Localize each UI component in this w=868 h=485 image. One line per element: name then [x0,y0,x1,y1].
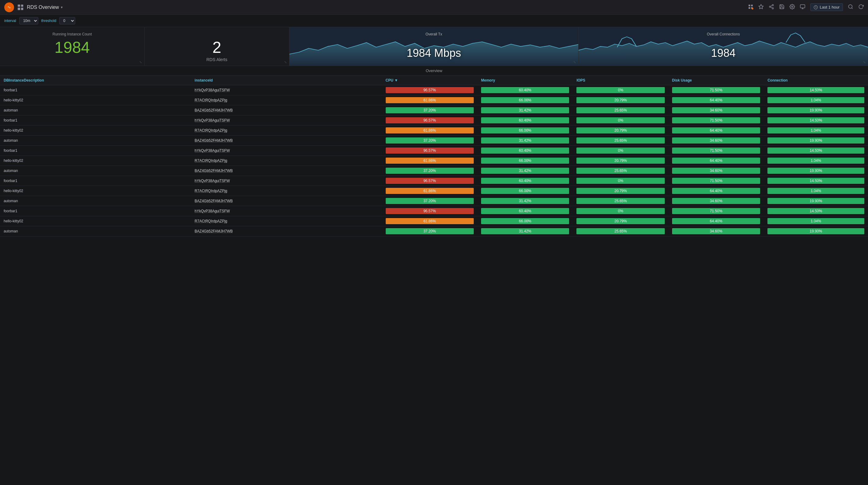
col-conn[interactable]: Connection [764,76,868,85]
table-row: hello-kitty02R7ACtRQIrdpAZPjg61.86%66.00… [0,186,868,196]
col-iops[interactable]: IOPS [573,76,668,85]
cell-instance-id[interactable]: hYkQvP38AguiTSFW [191,85,382,95]
table-body: foorbar1hYkQvP38AguiTSFW96.57%60.40%0%71… [0,85,868,236]
card2-expand-icon: ⤡ [284,61,287,64]
col-cpu[interactable]: CPU ▼ [382,76,477,85]
cell-cpu: 37.20% [382,105,477,116]
cell-disk: 64.40% [669,186,764,196]
search-icon[interactable] [848,4,853,11]
svg-rect-1 [748,5,750,6]
overview-title: Overview [0,66,868,76]
cell-cpu: 96.57% [382,116,477,126]
cell-iops: 20.79% [573,216,668,226]
svg-line-11 [771,7,772,8]
cell-instance-id[interactable]: BAZ4Gb52FAMJH7WB [191,105,382,116]
svg-line-19 [851,8,852,8]
col-instance-id[interactable]: instanceId [191,76,382,85]
apps-grid-icon[interactable] [18,5,23,10]
cell-conn: 19.90% [764,226,868,236]
cell-instance-id[interactable]: R7ACtRQIrdpAZPjg [191,95,382,105]
cell-disk: 34.60% [669,166,764,176]
cell-iops: 0% [573,116,668,126]
cell-memory: 66.00% [477,156,573,166]
cell-iops: 25.65% [573,166,668,176]
settings-icon[interactable] [789,4,795,11]
cell-conn: 14.50% [764,176,868,186]
running-instance-value: 1984 [6,39,138,55]
cell-conn: 14.50% [764,116,868,126]
threshold-label: threshold [41,19,56,23]
cell-iops: 25.65% [573,105,668,116]
cell-iops: 25.65% [573,136,668,146]
interval-select[interactable]: 10m 5m 1m 30m [19,17,38,25]
cell-disk: 34.60% [669,136,764,146]
cell-disk: 71.50% [669,85,764,95]
cell-iops: 25.65% [573,226,668,236]
overall-connections-value: 1984 [711,47,736,60]
cell-cpu: 96.57% [382,146,477,156]
cell-db-desc: hello-kitty02 [0,156,191,166]
table-row: hello-kitty02R7ACtRQIrdpAZPjg61.86%66.00… [0,156,868,166]
cell-iops: 0% [573,206,668,216]
col-db-desc[interactable]: DBInstanceDescription [0,76,191,85]
share-icon[interactable] [769,4,774,11]
save-icon[interactable] [779,4,784,11]
top-nav: RDS Overview ▾ + Last 1 hour [0,0,868,15]
cell-instance-id[interactable]: BAZ4Gb52FAMJH7WB [191,226,382,236]
rds-alerts-value: 2 [151,39,283,55]
table-row: foorbar1hYkQvP38AguiTSFW96.57%60.40%0%71… [0,146,868,156]
cell-instance-id[interactable]: hYkQvP38AguiTSFW [191,146,382,156]
cell-disk: 71.50% [669,176,764,186]
cell-cpu: 61.86% [382,126,477,136]
cell-disk: 71.50% [669,116,764,126]
cell-disk: 71.50% [669,146,764,156]
col-memory[interactable]: Memory [477,76,573,85]
cell-instance-id[interactable]: hYkQvP38AguiTSFW [191,176,382,186]
cell-instance-id[interactable]: R7ACtRQIrdpAZPjg [191,126,382,136]
svg-marker-7 [758,4,763,8]
time-range-button[interactable]: Last 1 hour [810,3,843,11]
svg-rect-3 [748,7,750,8]
card-expand-icon: ⤡ [140,61,142,64]
cell-db-desc: hello-kitty02 [0,95,191,105]
tv-icon[interactable] [800,4,805,11]
overview-table: DBInstanceDescription instanceId CPU ▼ M… [0,76,868,236]
cell-instance-id[interactable]: hYkQvP38AguiTSFW [191,206,382,216]
add-panel-icon[interactable]: + [748,4,753,11]
cell-memory: 31.42% [477,105,573,116]
cell-instance-id[interactable]: hYkQvP38AguiTSFW [191,116,382,126]
stat-cards-row: Running Instance Count 1984 ⤡ x 2 RDS Al… [0,27,868,66]
star-icon[interactable] [758,4,764,11]
cell-db-desc: automan [0,196,191,206]
cell-conn: 19.90% [764,136,868,146]
time-range-label: Last 1 hour [820,5,840,9]
threshold-select[interactable]: 0 1 5 10 [59,17,75,25]
svg-point-9 [769,6,771,7]
cell-conn: 14.50% [764,146,868,156]
svg-point-13 [792,6,793,7]
cell-db-desc: automan [0,226,191,236]
table-row: foorbar1hYkQvP38AguiTSFW96.57%60.40%0%71… [0,206,868,216]
cell-instance-id[interactable]: BAZ4Gb52FAMJH7WB [191,136,382,146]
cell-instance-id[interactable]: R7ACtRQIrdpAZPjg [191,156,382,166]
col-disk[interactable]: Disk Usage [669,76,764,85]
grafana-logo[interactable] [4,2,14,12]
table-row: hello-kitty02R7ACtRQIrdpAZPjg61.86%66.00… [0,95,868,105]
overview-table-wrapper[interactable]: DBInstanceDescription instanceId CPU ▼ M… [0,76,868,236]
running-instance-card: Running Instance Count 1984 ⤡ [0,27,145,66]
cell-instance-id[interactable]: BAZ4Gb52FAMJH7WB [191,196,382,206]
cell-instance-id[interactable]: R7ACtRQIrdpAZPjg [191,216,382,226]
cell-cpu: 96.57% [382,85,477,95]
table-row: hello-kitty02R7ACtRQIrdpAZPjg61.86%66.00… [0,216,868,226]
cell-instance-id[interactable]: BAZ4Gb52FAMJH7WB [191,166,382,176]
refresh-icon[interactable] [858,4,864,11]
table-row: foorbar1hYkQvP38AguiTSFW96.57%60.40%0%71… [0,176,868,186]
cell-conn: 1.04% [764,156,868,166]
cell-instance-id[interactable]: R7ACtRQIrdpAZPjg [191,186,382,196]
cell-conn: 1.04% [764,186,868,196]
table-row: hello-kitty02R7ACtRQIrdpAZPjg61.86%66.00… [0,126,868,136]
cell-memory: 60.40% [477,85,573,95]
card4-expand-icon: ⤡ [863,61,866,64]
cell-memory: 60.40% [477,146,573,156]
cell-memory: 66.00% [477,216,573,226]
